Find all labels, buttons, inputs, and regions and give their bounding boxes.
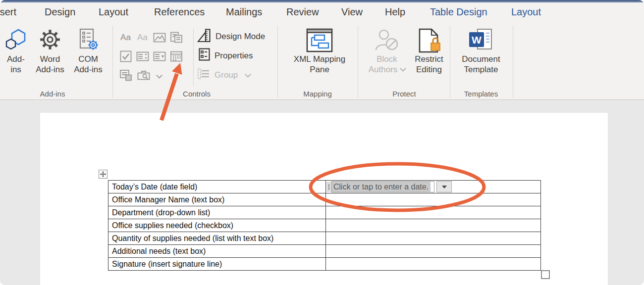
tab-view[interactable]: View [341,6,363,18]
xml-mapping-icon [306,28,333,54]
controls-group-label: Controls [169,90,224,98]
word-document-icon: W [468,28,494,54]
date-placeholder-text: Click or tap to enter a date. [332,182,430,192]
legacy-tools-chevron-icon[interactable] [156,72,162,79]
form-table: Today’s Date (date field) Click or tap t… [108,180,541,271]
table-row: Department (drop-down list) [108,206,540,219]
tab-mailings[interactable]: Mailings [226,6,262,18]
design-mode-button[interactable]: Design Mode [197,29,281,45]
table-row: Signature (insert signature line) [108,258,540,271]
plain-text-control-icon[interactable]: Aa [136,31,149,44]
table-row: Quantity of supplies needed (list with t… [108,232,540,245]
chevron-down-icon [400,65,406,72]
window-title-strip [0,0,644,2]
controls-inner-separator [193,29,194,86]
tab-review[interactable]: Review [286,6,319,18]
add-ins-group-label: Add-ins [25,90,80,98]
row-label: Office supplies needed (checkbox) [108,219,326,232]
add-ins-button[interactable]: Add- ins [3,28,29,75]
restrict-editing-lock-icon [418,28,440,54]
table-row: Office Manager Name (text box) [108,193,540,206]
drop-down-list-control-icon[interactable] [153,49,166,63]
tab-design[interactable]: Design [45,6,75,18]
tab-help[interactable]: Help [385,6,405,18]
checkbox-control-icon[interactable] [119,49,132,63]
mapping-group-label: Mapping [290,90,345,98]
text-box-cell[interactable] [326,193,540,206]
table-row: Additional needs (text box) [108,245,540,258]
svg-text:W: W [472,34,482,46]
row-label: Quantity of supplies needed (list with t… [108,232,326,244]
templates-group-label: Templates [454,90,508,98]
table-resize-handle[interactable] [541,270,550,279]
xml-mapping-pane-button[interactable]: XML Mapping Pane [291,28,348,75]
date-field-cell: Click or tap to enter a date. [326,181,540,193]
row-label: Department (drop-down list) [108,206,326,219]
drop-down-cell[interactable] [326,206,540,219]
properties-icon [197,48,210,64]
group-button[interactable]: Group [197,67,281,83]
group-separator [112,26,113,98]
word-add-ins-button[interactable]: Word Add-ins [32,28,68,75]
table-row: Today’s Date (date field) Click or tap t… [108,181,540,193]
building-block-control-icon[interactable] [169,31,183,44]
row-label: Office Manager Name (text box) [108,193,326,206]
gear-icon [39,28,61,54]
repeating-section-control-icon[interactable] [119,68,132,82]
block-authors-button[interactable]: Block Authors [366,28,408,75]
group-separator [513,26,513,98]
com-add-ins-button[interactable]: COM Add-ins [69,28,107,75]
table-move-handle[interactable] [99,170,107,179]
date-picker-dropdown-button[interactable] [436,181,452,192]
content-control-handle[interactable] [326,182,331,192]
document-template-button[interactable]: W Document Template [460,28,502,75]
date-field-gap [430,182,434,192]
text-box-cell[interactable] [326,245,540,257]
chevron-down-icon [245,71,251,78]
group-icon [197,68,210,83]
design-mode-icon [197,29,211,45]
tab-layout-contextual[interactable]: Layout [511,6,541,18]
date-picker-field[interactable]: Click or tap to enter a date. [331,181,434,192]
tab-layout[interactable]: Layout [99,6,128,18]
word-window: Insert Design Layout References Mailings… [0,0,644,285]
protect-group-label: Protect [377,90,431,98]
rich-text-control-icon[interactable]: Aa [119,31,132,44]
restrict-editing-button[interactable]: Restrict Editing [410,28,448,75]
row-label: Additional needs (text box) [108,245,326,257]
tab-table-design[interactable]: Table Design [430,6,487,18]
checkbox-cell[interactable] [326,219,540,232]
properties-button[interactable]: Properties [197,48,281,64]
row-label: Today’s Date (date field) [108,181,326,193]
legacy-tools-icon[interactable] [137,68,150,82]
group-separator [450,26,450,98]
picture-control-icon[interactable] [153,31,166,44]
tab-insert[interactable]: Insert [0,6,16,18]
group-separator [358,26,358,98]
row-label: Signature (insert signature line) [108,258,326,270]
document-gear-icon [78,28,99,54]
combo-box-control-icon[interactable] [136,49,149,63]
add-ins-hexagons-icon [5,28,27,54]
signature-cell[interactable] [326,258,540,270]
block-authors-icon [375,28,399,54]
table-row: Office supplies needed (checkbox) [108,219,540,232]
date-picker-control-icon[interactable] [169,49,183,63]
list-cell[interactable] [326,232,540,244]
tab-references[interactable]: References [154,6,205,18]
dropdown-arrow-icon [442,186,447,189]
